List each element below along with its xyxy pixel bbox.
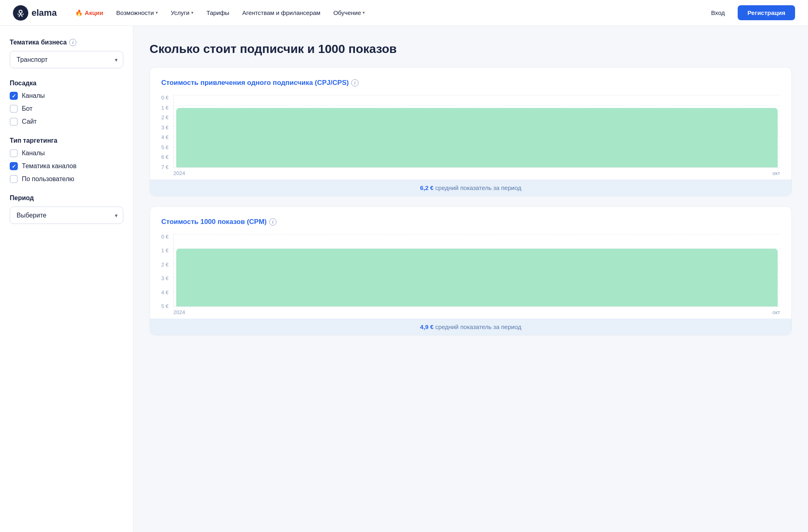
period-label: Период <box>10 194 123 202</box>
chart2-y-axis: 5 € 4 € 3 € 2 € 1 € 0 € <box>161 234 173 319</box>
business-theme-select-wrapper: Транспорт Авто Недвижимость Финансы Крас… <box>10 51 123 68</box>
chart1-body: 2024 окт <box>173 95 780 179</box>
chart1-title: Стоимость привлечения одного подписчика … <box>161 79 780 87</box>
checkbox-targeting-user[interactable] <box>10 175 18 183</box>
targeting-option-user[interactable]: По пользователю <box>10 175 123 183</box>
nav-item-vozmozhnosti[interactable]: Возможности ▾ <box>111 6 164 19</box>
svg-line-5 <box>23 14 23 15</box>
checkbox-site[interactable] <box>10 118 18 126</box>
y-label: 1 € <box>161 248 169 253</box>
nav-item-obuchenie[interactable]: Обучение ▾ <box>328 6 371 19</box>
business-theme-section: Тематика бизнеса i Транспорт Авто Недвиж… <box>10 39 123 68</box>
y-label: 2 € <box>161 115 169 120</box>
chart-cpm: Стоимость 1000 показов (CPM) i 5 € 4 € 3… <box>150 206 792 336</box>
x-label-right: окт <box>772 170 780 176</box>
chart2-area: 5 € 4 € 3 € 2 € 1 € 0 € <box>161 234 780 319</box>
chart2-avg-label-text: средний показатель за период <box>435 323 521 330</box>
chevron-down-icon: ▾ <box>191 10 194 15</box>
y-label: 1 € <box>161 105 169 110</box>
chart2-x-labels: 2024 окт <box>173 307 780 319</box>
y-label: 4 € <box>161 135 169 140</box>
landing-label: Посадка <box>10 80 123 87</box>
y-label: 5 € <box>161 145 169 150</box>
x-label-left: 2024 <box>173 170 185 176</box>
chart-cpj-cps: Стоимость привлечения одного подписчика … <box>150 67 792 196</box>
chart1-x-labels: 2024 окт <box>173 168 780 179</box>
login-button[interactable]: Вход <box>703 6 733 19</box>
info-icon[interactable]: i <box>69 39 76 46</box>
chart2-footer: 4,9 € средний показатель за период <box>150 319 791 335</box>
checkbox-channels[interactable] <box>10 92 18 100</box>
landing-option-site[interactable]: Сайт <box>10 118 123 126</box>
targeting-section: Тип таргетинга Каналы Тематика каналов П… <box>10 137 123 183</box>
targeting-label: Тип таргетинга <box>10 137 123 144</box>
svg-line-2 <box>19 14 21 17</box>
nav-item-uslugi[interactable]: Услуги ▾ <box>165 6 199 19</box>
business-theme-label: Тематика бизнеса i <box>10 39 123 46</box>
chart2-title: Стоимость 1000 показов (CPM) i <box>161 218 780 226</box>
chart1-bar <box>176 108 778 167</box>
page-layout: Тематика бизнеса i Транспорт Авто Недвиж… <box>0 26 808 532</box>
targeting-checkbox-group: Каналы Тематика каналов По пользователю <box>10 149 123 183</box>
x-label-left: 2024 <box>173 309 185 315</box>
chart2-body: 2024 окт <box>173 234 780 319</box>
chart2-grid <box>173 234 780 307</box>
targeting-option-theme[interactable]: Тематика каналов <box>10 162 123 170</box>
logo-icon <box>13 5 28 21</box>
y-label: 2 € <box>161 262 169 267</box>
svg-point-1 <box>20 11 22 13</box>
sidebar: Тематика бизнеса i Транспорт Авто Недвиж… <box>0 26 133 532</box>
y-label: 0 € <box>161 95 169 100</box>
y-label: 0 € <box>161 234 169 239</box>
register-button[interactable]: Регистрация <box>738 5 795 20</box>
chevron-down-icon: ▾ <box>156 10 158 15</box>
info-icon-chart1[interactable]: i <box>351 79 359 87</box>
y-label: 3 € <box>161 276 169 281</box>
y-label: 5 € <box>161 304 169 309</box>
main-nav: 🔥 Акции Возможности ▾ Услуги ▾ Тарифы Аг… <box>70 6 703 20</box>
svg-line-3 <box>21 14 22 17</box>
targeting-option-channels[interactable]: Каналы <box>10 149 123 157</box>
header: elama 🔥 Акции Возможности ▾ Услуги ▾ Тар… <box>0 0 808 26</box>
chart1-y-axis: 7 € 6 € 5 € 4 € 3 € 2 € 1 € 0 € <box>161 95 173 179</box>
checkbox-targeting-channels[interactable] <box>10 149 18 157</box>
chart1-avg-label-text: средний показатель за период <box>435 184 521 191</box>
chart1-footer: 6,2 € средний показатель за период <box>150 179 791 196</box>
business-theme-select[interactable]: Транспорт Авто Недвижимость Финансы Крас… <box>10 51 123 68</box>
x-label-right: окт <box>772 309 780 315</box>
info-icon-chart2[interactable]: i <box>269 218 276 226</box>
period-select[interactable]: Выберите Январь 2024 Февраль 2024 Октябр… <box>10 207 123 224</box>
svg-line-4 <box>18 14 19 15</box>
chart1-area: 7 € 6 € 5 € 4 € 3 € 2 € 1 € 0 € <box>161 95 780 179</box>
y-label: 4 € <box>161 290 169 295</box>
checkbox-bot[interactable] <box>10 105 18 113</box>
landing-option-channels[interactable]: Каналы <box>10 92 123 100</box>
logo-text: elama <box>32 8 57 18</box>
chart1-grid <box>173 95 780 168</box>
chart2-bar <box>176 249 778 306</box>
checkbox-targeting-theme[interactable] <box>10 162 18 170</box>
y-label: 3 € <box>161 125 169 130</box>
chart2-avg-value: 4,9 € <box>420 323 433 330</box>
logo[interactable]: elama <box>13 5 57 21</box>
chevron-down-icon: ▾ <box>363 10 365 15</box>
landing-checkbox-group: Каналы Бот Сайт <box>10 92 123 126</box>
page-title: Сколько стоит подписчик и 1000 показов <box>150 42 792 56</box>
nav-item-akcii[interactable]: 🔥 Акции <box>70 6 109 20</box>
y-label: 6 € <box>161 154 169 160</box>
nav-item-tarify[interactable]: Тарифы <box>201 6 235 19</box>
period-select-wrapper: Выберите Январь 2024 Февраль 2024 Октябр… <box>10 207 123 224</box>
y-label: 7 € <box>161 165 169 170</box>
nav-item-agencies[interactable]: Агентствам и фрилансерам <box>236 6 326 19</box>
main-content: Сколько стоит подписчик и 1000 показов С… <box>133 26 808 532</box>
landing-option-bot[interactable]: Бот <box>10 105 123 113</box>
header-actions: Вход Регистрация <box>703 5 795 20</box>
period-section: Период Выберите Январь 2024 Февраль 2024… <box>10 194 123 224</box>
chart1-avg-value: 6,2 € <box>420 184 433 191</box>
landing-section: Посадка Каналы Бот Сайт <box>10 80 123 126</box>
